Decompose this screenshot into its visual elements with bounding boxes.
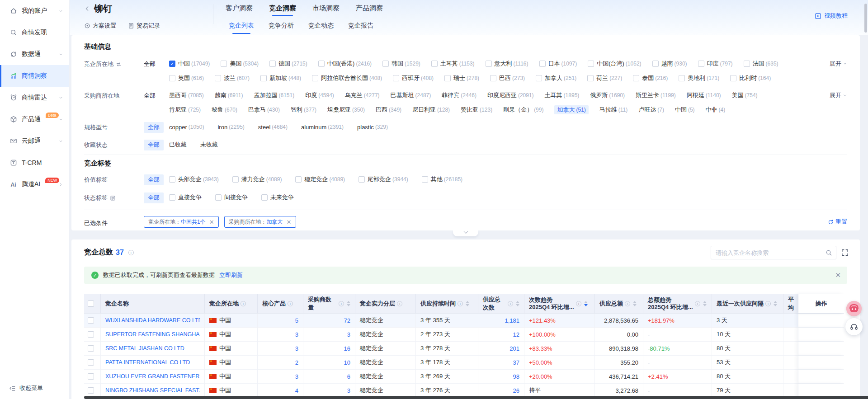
company-name-link[interactable]: WUXI ANSHIDA HARDWARE CO LTD <box>105 317 200 324</box>
filter-option[interactable]: 意大利(1116) <box>486 60 528 68</box>
filter-option[interactable]: 未收藏 <box>200 141 218 149</box>
checkbox[interactable] <box>490 75 496 81</box>
main-tab[interactable]: 市场洞察 <box>312 0 340 16</box>
sidebar-item-t-crm[interactable]: T-CRM <box>0 152 69 174</box>
filter-all-option[interactable]: 全部 <box>144 59 169 68</box>
sub-tab[interactable]: 竞争分析 <box>269 16 294 35</box>
filter-option[interactable]: 新加坡(448) <box>260 74 301 82</box>
sort-icons[interactable] <box>466 301 469 306</box>
row-checkbox[interactable] <box>88 317 94 324</box>
banner-close-icon[interactable]: ✕ <box>835 271 841 279</box>
column-header-amount[interactable]: 供应总额i <box>595 294 643 313</box>
search-icon[interactable] <box>826 249 832 256</box>
sort-asc-icon[interactable] <box>633 301 637 303</box>
filter-option[interactable]: 德国(2715) <box>269 60 307 68</box>
info-icon[interactable]: i <box>288 301 293 306</box>
checkbox[interactable] <box>588 61 594 67</box>
filter-option[interactable]: 斯里兰卡(1199) <box>636 91 676 99</box>
checkbox[interactable] <box>169 75 175 81</box>
filter-option[interactable]: 中非(4) <box>706 106 726 114</box>
sort-icons[interactable] <box>633 301 637 306</box>
checkbox[interactable] <box>730 75 736 81</box>
filter-all-chip[interactable]: 全部 <box>144 192 164 203</box>
sort-asc-icon[interactable] <box>584 301 588 303</box>
filter-option[interactable]: 秘鲁(670) <box>212 106 237 114</box>
checkbox[interactable] <box>744 61 750 67</box>
filter-option[interactable]: 间接竞争 <box>215 193 248 202</box>
column-header-interval[interactable]: 最近一次供应间隔i <box>712 294 783 313</box>
filter-option[interactable]: 菲律宾(2446) <box>442 91 476 99</box>
sort-icons[interactable] <box>703 301 707 306</box>
filter-option[interactable]: 中国(香港)(2416) <box>318 60 372 68</box>
checkbox[interactable] <box>679 75 685 81</box>
row-checkbox[interactable] <box>88 331 94 338</box>
filter-option[interactable]: 荷兰(227) <box>587 74 622 82</box>
sub-tab[interactable]: 竞企报告 <box>348 16 373 35</box>
checkbox[interactable] <box>312 75 318 81</box>
filter-option[interactable]: 奥地利(171) <box>679 74 719 82</box>
fullscreen-icon[interactable] <box>841 249 849 257</box>
checkbox[interactable]: ✓ <box>169 61 175 67</box>
main-tab[interactable]: 竞企洞察 <box>269 0 296 16</box>
sort-asc-icon[interactable] <box>703 301 707 303</box>
vertical-scrollbar[interactable] <box>864 4 867 33</box>
checkbox[interactable] <box>486 61 492 67</box>
filter-option[interactable]: 阿拉伯联合酋长国(408) <box>312 74 382 82</box>
filter-all-option[interactable]: 全部 <box>144 90 169 100</box>
swap-icon[interactable] <box>116 61 122 67</box>
filter-option[interactable]: copper(1050) <box>169 124 204 131</box>
company-name-link[interactable]: NINGBO ZHISHANG SPECIAL FAST... <box>105 387 200 394</box>
filter-option[interactable]: 瑞士(278) <box>444 74 479 82</box>
filter-option[interactable]: plastic(329) <box>357 124 388 131</box>
checkbox[interactable] <box>232 176 239 183</box>
row-checkbox[interactable] <box>88 373 94 380</box>
filter-option[interactable]: 比利时(164) <box>730 74 771 82</box>
filter-option[interactable]: 智利(377) <box>291 106 316 114</box>
main-tab[interactable]: 产品洞察 <box>356 0 383 16</box>
main-tab[interactable]: 客户洞察 <box>226 0 253 16</box>
company-name-link[interactable]: XUZHOU EVER GRAND FASTENERS... <box>105 373 200 380</box>
checkbox[interactable] <box>633 75 639 81</box>
checkbox[interactable] <box>215 194 222 201</box>
filter-option[interactable]: 越南(930) <box>652 60 687 68</box>
filter-option[interactable]: 巴西(273) <box>490 74 525 82</box>
ai-assistant-button[interactable] <box>846 301 862 316</box>
checkbox[interactable] <box>536 75 542 81</box>
sidebar-item-product[interactable]: 产品通Beta <box>0 108 69 130</box>
sidebar-item-insight[interactable]: 商情洞察 <box>0 65 69 87</box>
checkbox[interactable] <box>260 75 267 81</box>
filter-option[interactable]: 巴西(349) <box>376 106 401 114</box>
filter-option[interactable]: 巴基斯坦(2487) <box>391 91 431 99</box>
filter-option[interactable]: 土耳其(1895) <box>545 91 580 99</box>
refresh-now-link[interactable]: 立即刷新 <box>219 271 243 279</box>
sidebar-item-discovery[interactable]: 商情发现 <box>0 22 69 43</box>
filter-option[interactable]: 赞比亚(123) <box>461 106 492 114</box>
filter-option[interactable]: 头部竞企(3943) <box>169 175 219 183</box>
filter-option[interactable]: 稳定竞企(4089) <box>295 175 345 183</box>
company-name-link[interactable]: SUPERTOR FASTENING SHANGHAI... <box>105 331 200 338</box>
filter-option[interactable]: 墨西哥(7085) <box>169 91 204 99</box>
row-checkbox[interactable] <box>88 345 94 352</box>
filter-option[interactable]: 已收藏 <box>169 141 187 149</box>
collapse-menu-button[interactable]: 收起菜单 <box>0 381 69 395</box>
filter-option[interactable]: 坦桑尼亚(350) <box>327 106 365 114</box>
horizontal-scrollbar[interactable] <box>84 396 868 399</box>
sort-desc-icon[interactable] <box>466 304 469 306</box>
filter-all-chip[interactable]: 全部 <box>144 122 164 133</box>
column-header-duration[interactable]: 供应持续时间i <box>416 294 478 313</box>
column-header-name[interactable]: 竞企名称 <box>101 294 205 313</box>
sub-tab[interactable]: 竞企列表 <box>229 16 254 35</box>
chip-remove-icon[interactable]: ✕ <box>209 219 214 225</box>
info-icon[interactable]: i <box>625 301 630 306</box>
video-tutorial-link[interactable]: 视频教程 <box>815 12 848 20</box>
filter-option[interactable]: 美国(5304) <box>221 60 259 68</box>
checkbox[interactable] <box>169 194 175 201</box>
filter-option[interactable]: 巴拿马(430) <box>248 106 280 114</box>
checkbox[interactable] <box>221 61 227 67</box>
filter-option[interactable]: 尼日利亚(128) <box>412 106 450 114</box>
filter-all-chip[interactable]: 全部 <box>144 140 164 150</box>
collapse-filters-button[interactable] <box>453 230 478 236</box>
sort-desc-icon[interactable] <box>347 304 350 306</box>
sort-desc-icon[interactable] <box>584 304 588 306</box>
filter-option[interactable]: 印度尼西亚(2091) <box>487 91 534 99</box>
